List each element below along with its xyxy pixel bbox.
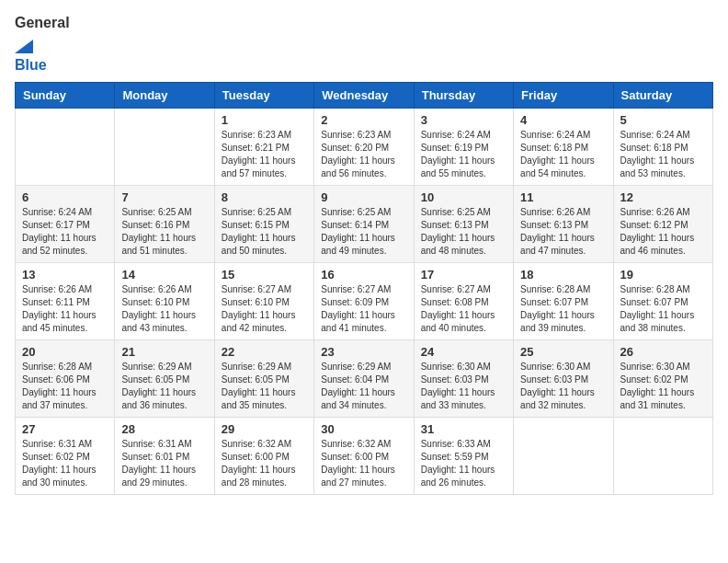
day-number: 21	[121, 345, 207, 359]
day-number: 6	[22, 190, 108, 204]
day-number: 1	[222, 113, 307, 127]
day-number: 10	[421, 190, 506, 204]
day-number: 17	[421, 268, 506, 282]
day-number: 16	[321, 268, 406, 282]
calendar-cell: 15Sunrise: 6:27 AMSunset: 6:10 PMDayligh…	[214, 263, 313, 340]
calendar-cell: 28Sunrise: 6:31 AMSunset: 6:01 PMDayligh…	[115, 418, 214, 495]
calendar-cell: 5Sunrise: 6:24 AMSunset: 6:18 PMDaylight…	[613, 109, 712, 186]
day-number: 23	[321, 345, 406, 359]
calendar-cell: 26Sunrise: 6:30 AMSunset: 6:02 PMDayligh…	[613, 340, 712, 418]
day-number: 5	[620, 113, 706, 127]
day-info: Sunrise: 6:29 AMSunset: 6:05 PMDaylight:…	[222, 361, 307, 412]
day-number: 15	[222, 268, 307, 282]
weekday-header-monday: Monday	[115, 83, 214, 109]
weekday-header-sunday: Sunday	[16, 83, 115, 109]
calendar-cell: 24Sunrise: 6:30 AMSunset: 6:03 PMDayligh…	[414, 340, 513, 418]
day-number: 30	[321, 422, 406, 436]
calendar-cell: 21Sunrise: 6:29 AMSunset: 6:05 PMDayligh…	[115, 340, 214, 418]
weekday-header-tuesday: Tuesday	[214, 83, 313, 109]
calendar-cell: 2Sunrise: 6:23 AMSunset: 6:20 PMDaylight…	[314, 109, 414, 186]
day-info: Sunrise: 6:30 AMSunset: 6:03 PMDaylight:…	[520, 361, 606, 412]
day-number: 2	[321, 113, 406, 127]
day-number: 19	[620, 268, 706, 282]
calendar-week-row: 1Sunrise: 6:23 AMSunset: 6:21 PMDaylight…	[16, 109, 713, 186]
day-info: Sunrise: 6:31 AMSunset: 6:02 PMDaylight:…	[22, 438, 108, 489]
calendar-cell: 19Sunrise: 6:28 AMSunset: 6:07 PMDayligh…	[613, 263, 712, 340]
calendar-cell: 16Sunrise: 6:27 AMSunset: 6:09 PMDayligh…	[314, 263, 414, 340]
calendar-cell	[514, 418, 613, 495]
calendar-cell: 6Sunrise: 6:24 AMSunset: 6:17 PMDaylight…	[16, 186, 115, 263]
page-header: GeneralBlue	[15, 15, 713, 73]
day-number: 11	[520, 190, 606, 204]
calendar-cell: 14Sunrise: 6:26 AMSunset: 6:10 PMDayligh…	[115, 263, 214, 340]
calendar-week-row: 13Sunrise: 6:26 AMSunset: 6:11 PMDayligh…	[16, 263, 713, 340]
calendar-cell: 22Sunrise: 6:29 AMSunset: 6:05 PMDayligh…	[214, 340, 313, 418]
day-number: 9	[321, 190, 406, 204]
logo-blue: Blue	[15, 57, 47, 74]
day-info: Sunrise: 6:24 AMSunset: 6:18 PMDaylight:…	[620, 129, 706, 180]
day-number: 29	[222, 422, 307, 436]
day-info: Sunrise: 6:24 AMSunset: 6:19 PMDaylight:…	[421, 129, 506, 180]
weekday-header-wednesday: Wednesday	[314, 83, 414, 109]
day-number: 18	[520, 268, 606, 282]
day-number: 20	[22, 345, 108, 359]
day-number: 12	[620, 190, 706, 204]
day-number: 3	[421, 113, 506, 127]
calendar-cell: 9Sunrise: 6:25 AMSunset: 6:14 PMDaylight…	[314, 186, 414, 263]
weekday-header-saturday: Saturday	[613, 83, 712, 109]
calendar-cell: 25Sunrise: 6:30 AMSunset: 6:03 PMDayligh…	[514, 340, 613, 418]
logo-triangle-icon	[15, 35, 33, 53]
calendar-week-row: 27Sunrise: 6:31 AMSunset: 6:02 PMDayligh…	[16, 418, 713, 495]
day-info: Sunrise: 6:24 AMSunset: 6:18 PMDaylight:…	[520, 129, 606, 180]
day-number: 31	[421, 422, 506, 436]
calendar-cell: 3Sunrise: 6:24 AMSunset: 6:19 PMDaylight…	[414, 109, 513, 186]
day-info: Sunrise: 6:28 AMSunset: 6:07 PMDaylight:…	[520, 283, 606, 335]
day-number: 13	[22, 268, 108, 282]
day-number: 14	[121, 268, 207, 282]
day-info: Sunrise: 6:27 AMSunset: 6:10 PMDaylight:…	[222, 283, 307, 335]
calendar-cell: 10Sunrise: 6:25 AMSunset: 6:13 PMDayligh…	[414, 186, 513, 263]
day-number: 4	[520, 113, 606, 127]
calendar-cell: 4Sunrise: 6:24 AMSunset: 6:18 PMDaylight…	[514, 109, 613, 186]
day-info: Sunrise: 6:25 AMSunset: 6:16 PMDaylight:…	[121, 206, 207, 258]
day-info: Sunrise: 6:26 AMSunset: 6:10 PMDaylight:…	[121, 283, 207, 335]
calendar-cell	[16, 109, 115, 186]
day-info: Sunrise: 6:29 AMSunset: 6:05 PMDaylight:…	[121, 361, 207, 412]
calendar-cell: 20Sunrise: 6:28 AMSunset: 6:06 PMDayligh…	[16, 340, 115, 418]
calendar-cell: 1Sunrise: 6:23 AMSunset: 6:21 PMDaylight…	[214, 109, 313, 186]
day-info: Sunrise: 6:27 AMSunset: 6:09 PMDaylight:…	[321, 283, 406, 335]
weekday-header-friday: Friday	[514, 83, 613, 109]
calendar-cell: 27Sunrise: 6:31 AMSunset: 6:02 PMDayligh…	[16, 418, 115, 495]
day-number: 25	[520, 345, 606, 359]
day-info: Sunrise: 6:24 AMSunset: 6:17 PMDaylight:…	[22, 206, 108, 258]
day-number: 22	[222, 345, 307, 359]
day-info: Sunrise: 6:25 AMSunset: 6:13 PMDaylight:…	[421, 206, 506, 258]
day-number: 26	[620, 345, 706, 359]
day-info: Sunrise: 6:28 AMSunset: 6:07 PMDaylight:…	[620, 283, 706, 335]
day-info: Sunrise: 6:33 AMSunset: 5:59 PMDaylight:…	[421, 438, 506, 489]
logo: GeneralBlue	[15, 15, 70, 73]
day-info: Sunrise: 6:29 AMSunset: 6:04 PMDaylight:…	[321, 361, 406, 412]
calendar-cell: 7Sunrise: 6:25 AMSunset: 6:16 PMDaylight…	[115, 186, 214, 263]
day-info: Sunrise: 6:23 AMSunset: 6:21 PMDaylight:…	[222, 129, 307, 180]
calendar-cell: 12Sunrise: 6:26 AMSunset: 6:12 PMDayligh…	[613, 186, 712, 263]
day-number: 8	[222, 190, 307, 204]
day-info: Sunrise: 6:25 AMSunset: 6:15 PMDaylight:…	[222, 206, 307, 258]
calendar-cell: 30Sunrise: 6:32 AMSunset: 6:00 PMDayligh…	[314, 418, 414, 495]
logo-general: General	[15, 15, 70, 31]
calendar-table: SundayMondayTuesdayWednesdayThursdayFrid…	[15, 82, 713, 495]
weekday-header-row: SundayMondayTuesdayWednesdayThursdayFrid…	[16, 83, 713, 109]
day-info: Sunrise: 6:32 AMSunset: 6:00 PMDaylight:…	[222, 438, 307, 489]
weekday-header-thursday: Thursday	[414, 83, 513, 109]
calendar-cell	[115, 109, 214, 186]
svg-marker-0	[15, 40, 33, 53]
day-info: Sunrise: 6:26 AMSunset: 6:13 PMDaylight:…	[520, 206, 606, 258]
calendar-cell: 31Sunrise: 6:33 AMSunset: 5:59 PMDayligh…	[414, 418, 513, 495]
day-number: 28	[121, 422, 207, 436]
day-info: Sunrise: 6:23 AMSunset: 6:20 PMDaylight:…	[321, 129, 406, 180]
calendar-cell	[613, 418, 712, 495]
day-number: 27	[22, 422, 108, 436]
day-number: 7	[121, 190, 207, 204]
day-info: Sunrise: 6:31 AMSunset: 6:01 PMDaylight:…	[121, 438, 207, 489]
day-info: Sunrise: 6:28 AMSunset: 6:06 PMDaylight:…	[22, 361, 108, 412]
